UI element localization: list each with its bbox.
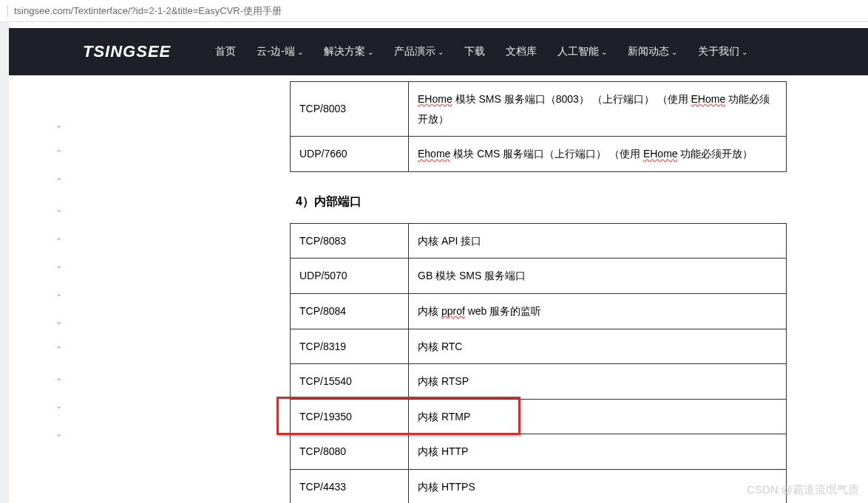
table-row: TCP/8080内核 HTTP [291, 434, 787, 470]
nav-item[interactable]: 产品演示⌄ [394, 45, 444, 58]
chevron-down-icon: ⌄ [55, 317, 62, 326]
chevron-down-icon: ⌄ [55, 205, 62, 214]
desc-cell: EHome 模块 SMS 服务端口（8003） （上行端口） （使用 EHome… [409, 82, 787, 137]
port-cell: TCP/8083 [291, 223, 409, 259]
nav-item-label: 产品演示 [394, 45, 435, 58]
nav-item-label: 文档库 [506, 45, 537, 58]
chevron-down-icon: ⌄ [671, 48, 677, 56]
chevron-up-icon: ⌃ [55, 177, 62, 186]
site-header: TSINGSEE 首页云-边-端⌄解决方案⌄产品演示⌄下载文档库人工智能⌄新闻动… [9, 28, 868, 75]
port-cell: TCP/19350 [291, 399, 409, 434]
nav-item-label: 下载 [464, 45, 485, 58]
table-row: TCP/8084内核 pprof web 服务的监听 [291, 293, 787, 329]
sidebar-item[interactable]: ⌄ [9, 391, 75, 420]
port-cell: TCP/8319 [291, 329, 409, 364]
desc-cell: 内核 HTTPS [409, 469, 787, 503]
sidebar-item[interactable]: ⌄ [9, 111, 75, 139]
sidebar-item[interactable]: ⌃ [9, 335, 75, 363]
sidebar-item[interactable]: ⌄ [9, 363, 75, 391]
table-row: TCP/4433内核 HTTPS [291, 469, 787, 503]
chevron-down-icon: ⌄ [55, 233, 62, 242]
logo[interactable]: TSINGSEE [83, 42, 171, 61]
nav-item[interactable]: 文档库 [506, 45, 537, 58]
nav-item-label: 首页 [215, 45, 236, 58]
table-row: UDP/5070GB 模块 SMS 服务端口 [291, 259, 787, 294]
chevron-up-icon: ⌃ [55, 148, 62, 158]
desc-cell: 内核 HTTP [409, 434, 787, 470]
chevron-down-icon: ⌄ [742, 48, 747, 56]
nav-item[interactable]: 首页 [215, 45, 236, 58]
desc-cell: Ehome 模块 CMS 服务端口（上行端口） （使用 EHome 功能必须开放… [409, 137, 787, 172]
nav-item[interactable]: 下载 [464, 45, 485, 58]
nav-item[interactable]: 解决方案⌄ [324, 45, 373, 58]
desc-cell: 内核 pprof web 服务的监听 [409, 293, 787, 329]
sidebar: ⌄⌃⌃⌄⌄⌄⌄⌄⌃⌄⌄⌄ [9, 22, 75, 503]
chevron-down-icon: ⌄ [55, 401, 62, 411]
chevron-down-icon: ⌄ [55, 120, 62, 130]
chevron-down-icon: ⌄ [55, 261, 62, 270]
nav-item-label: 云-边-端 [257, 45, 294, 58]
external-port-table: TCP/8003EHome 模块 SMS 服务端口（8003） （上行端口） （… [290, 81, 787, 172]
sidebar-item[interactable]: ⌃ [9, 167, 75, 195]
nav-item-label: 关于我们 [698, 45, 739, 58]
sidebar-item[interactable]: ⌄ [9, 307, 75, 335]
nav-item[interactable]: 云-边-端⌄ [257, 45, 302, 58]
table-row: TCP/8083内核 API 接口 [291, 223, 787, 259]
chevron-down-icon: ⌄ [297, 48, 303, 56]
section-heading: 4）内部端口 [296, 194, 787, 210]
desc-cell: 内核 RTMP [409, 399, 787, 434]
port-cell: TCP/8084 [291, 293, 409, 329]
nav-menu: 首页云-边-端⌄解决方案⌄产品演示⌄下载文档库人工智能⌄新闻动态⌄关于我们⌄ [215, 45, 747, 58]
sidebar-item[interactable]: ⌄ [9, 223, 75, 251]
table-row: TCP/8319内核 RTC [291, 329, 787, 364]
chevron-down-icon: ⌄ [55, 289, 62, 298]
port-cell: UDP/5070 [291, 259, 409, 294]
chevron-up-icon: ⌃ [55, 345, 62, 355]
internal-port-table: TCP/8083内核 API 接口UDP/5070GB 模块 SMS 服务端口T… [290, 223, 787, 503]
sidebar-item[interactable]: ⌃ [9, 139, 75, 167]
port-cell: TCP/8080 [291, 434, 409, 470]
sidebar-item[interactable]: ⌄ [9, 420, 75, 448]
desc-cell: GB 模块 SMS 服务端口 [409, 259, 787, 294]
table-row: TCP/15540内核 RTSP [291, 364, 787, 400]
table-row: UDP/7660Ehome 模块 CMS 服务端口（上行端口） （使用 EHom… [291, 137, 787, 172]
nav-item-label: 人工智能 [557, 45, 599, 58]
port-cell: UDP/7660 [291, 137, 409, 172]
document-content: TCP/8003EHome 模块 SMS 服务端口（8003） （上行端口） （… [75, 22, 868, 503]
sidebar-item[interactable]: ⌄ [9, 279, 75, 307]
desc-cell: 内核 RTC [409, 329, 787, 364]
chevron-down-icon: ⌄ [367, 48, 373, 56]
nav-item[interactable]: 关于我们⌄ [698, 45, 747, 58]
port-cell: TCP/8003 [291, 82, 409, 137]
chevron-down-icon: ⌄ [438, 48, 444, 56]
table-row: TCP/8003EHome 模块 SMS 服务端口（8003） （上行端口） （… [291, 82, 787, 137]
chevron-down-icon: ⌄ [55, 429, 62, 439]
port-cell: TCP/4433 [291, 469, 409, 503]
url-text: tsingsee.com/Textinterface/?id=2-1-2&tit… [14, 4, 282, 18]
browser-url-bar[interactable]: tsingsee.com/Textinterface/?id=2-1-2&tit… [0, 0, 868, 22]
nav-item-label: 新闻动态 [628, 45, 669, 58]
chevron-down-icon: ⌄ [55, 373, 62, 383]
nav-item-label: 解决方案 [324, 45, 365, 58]
table-row: TCP/19350内核 RTMP [291, 399, 787, 434]
port-cell: TCP/15540 [291, 364, 409, 400]
desc-cell: 内核 API 接口 [409, 223, 787, 259]
sidebar-item[interactable]: ⌄ [9, 195, 75, 223]
page-gutter [0, 22, 9, 503]
nav-item[interactable]: 新闻动态⌄ [628, 45, 677, 58]
chevron-down-icon: ⌄ [601, 48, 607, 56]
desc-cell: 内核 RTSP [409, 364, 787, 400]
nav-item[interactable]: 人工智能⌄ [557, 45, 607, 58]
sidebar-item[interactable]: ⌄ [9, 251, 75, 279]
